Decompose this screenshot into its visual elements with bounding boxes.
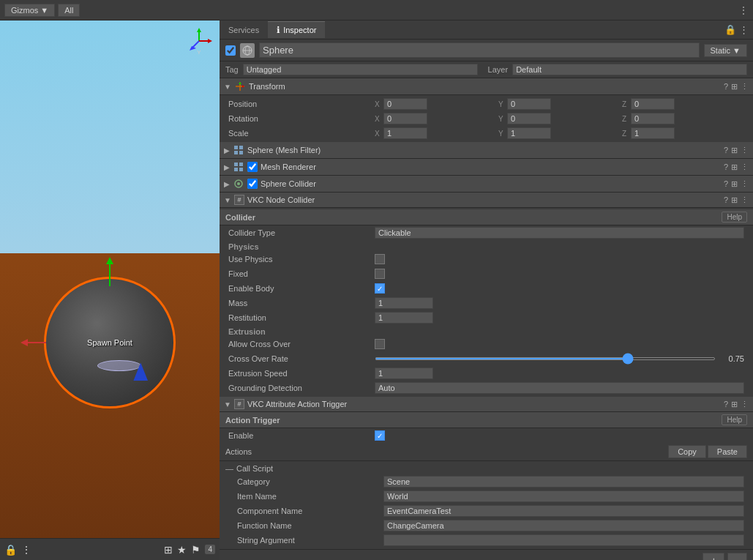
- vkc-node-help-btn[interactable]: ?: [724, 195, 728, 205]
- action-trigger-help-btn[interactable]: Help: [722, 414, 747, 425]
- string-arg-input[interactable]: [383, 534, 744, 546]
- sca-z-input[interactable]: [631, 127, 675, 139]
- layer-select[interactable]: Default: [512, 64, 747, 75]
- remove-button[interactable]: -: [727, 553, 747, 560]
- pos-z-input[interactable]: [631, 98, 675, 110]
- dots-button[interactable]: ⋮: [21, 544, 31, 556]
- transform-settings-btn[interactable]: ⊞: [731, 82, 738, 92]
- vkc-attribute-header[interactable]: ▼ # VKC Attribute Action Trigger ? ⊞ ⋮: [220, 397, 753, 412]
- spawn-disc: [97, 360, 141, 371]
- sphere-collider-settings-btn[interactable]: ⊞: [731, 179, 738, 189]
- mesh-filter-menu-btn[interactable]: ⋮: [741, 146, 749, 155]
- object-header: Static ▼: [220, 40, 753, 61]
- transform-help-btn[interactable]: ?: [724, 82, 728, 92]
- transform-section-header[interactable]: ▼ Transform ? ⊞ ⋮: [220, 78, 753, 95]
- grounding-select[interactable]: Auto: [375, 382, 744, 394]
- vkc-attr-help-btn[interactable]: ?: [724, 400, 728, 409]
- pos-x-label: X: [375, 100, 382, 108]
- rot-x-input[interactable]: [383, 113, 427, 124]
- mesh-renderer-title: Mesh Renderer: [261, 163, 724, 171]
- cross-rate-slider[interactable]: [375, 357, 716, 360]
- static-button[interactable]: Static ▼: [704, 44, 747, 57]
- svg-marker-5: [190, 46, 196, 51]
- lock-tab-button[interactable]: 🔒: [724, 24, 736, 35]
- object-name-input[interactable]: [259, 42, 700, 58]
- call-script-label: Call Script: [236, 464, 273, 473]
- enable-value: ✓: [375, 430, 744, 441]
- tab-bar: Services ℹ Inspector 🔒 ⋮: [220, 20, 753, 40]
- vkc-node-menu-btn[interactable]: ⋮: [741, 195, 749, 205]
- vkc-attribute-title: VKC Attribute Action Trigger: [247, 400, 724, 408]
- vkc-node-settings-btn[interactable]: ⊞: [731, 195, 738, 205]
- toolbar-menu-icon[interactable]: ⋮: [738, 4, 749, 16]
- vkc-node-arrow: ▼: [224, 196, 231, 204]
- mesh-filter-help-btn[interactable]: ?: [724, 146, 728, 155]
- mesh-renderer-help-btn[interactable]: ?: [724, 163, 728, 172]
- tag-select[interactable]: Untagged: [243, 64, 478, 75]
- fixed-checkbox[interactable]: [375, 269, 385, 279]
- collider-type-select[interactable]: Clickable: [375, 227, 744, 239]
- gizmos-button[interactable]: Gizmos ▼: [4, 4, 55, 17]
- pos-y-input[interactable]: [507, 98, 551, 110]
- scene-canvas[interactable]: Y: [0, 20, 220, 538]
- flag-icon[interactable]: ⚑: [191, 544, 201, 556]
- use-physics-checkbox[interactable]: [375, 254, 385, 264]
- lock-button[interactable]: 🔒: [4, 544, 17, 556]
- extrusion-speed-input[interactable]: [375, 367, 433, 379]
- restitution-input[interactable]: [375, 312, 433, 324]
- pos-x-input[interactable]: [383, 98, 427, 110]
- mesh-filter-settings-btn[interactable]: ⊞: [731, 146, 738, 155]
- enable-checkbox[interactable]: ✓: [375, 430, 385, 441]
- enable-label: Enable: [228, 431, 375, 440]
- layers-icon[interactable]: ⊞: [164, 544, 173, 556]
- svg-rect-17: [239, 151, 243, 154]
- copy-button[interactable]: Copy: [668, 445, 706, 458]
- category-select[interactable]: Scene: [383, 476, 744, 488]
- rot-z-input[interactable]: [631, 113, 675, 124]
- mesh-renderer-menu-btn[interactable]: ⋮: [741, 163, 749, 172]
- vkc-attr-menu-btn[interactable]: ⋮: [741, 400, 749, 409]
- object-active-checkbox[interactable]: [225, 45, 236, 56]
- tab-inspector[interactable]: ℹ Inspector: [268, 21, 325, 38]
- sphere-collider-checkbox[interactable]: [247, 179, 258, 189]
- sphere-collider-menu-btn[interactable]: ⋮: [741, 179, 749, 189]
- collider-type-label: Collider Type: [228, 228, 375, 237]
- vkc-node-actions: ? ⊞ ⋮: [724, 195, 749, 205]
- item-name-input[interactable]: [383, 490, 744, 502]
- layers-badge: 4: [205, 545, 215, 554]
- tab-services[interactable]: Services: [220, 23, 268, 37]
- enable-row: Enable ✓: [220, 428, 753, 443]
- star-icon[interactable]: ★: [177, 544, 187, 556]
- mesh-renderer-header[interactable]: ▶ Mesh Renderer ? ⊞ ⋮: [220, 159, 753, 176]
- mesh-renderer-checkbox[interactable]: [247, 162, 258, 172]
- sphere-object[interactable]: Spawn Point: [44, 277, 176, 408]
- scale-row: Scale X Y Z: [220, 126, 753, 141]
- allow-cross-checkbox[interactable]: [375, 339, 385, 349]
- all-button[interactable]: All: [58, 4, 80, 17]
- mesh-renderer-settings-btn[interactable]: ⊞: [731, 163, 738, 172]
- pos-z-label: Z: [622, 100, 629, 108]
- sca-x-input[interactable]: [383, 127, 427, 139]
- call-script-header: — Call Script: [220, 463, 753, 474]
- position-value: X Y Z: [375, 98, 744, 110]
- svg-rect-18: [234, 163, 238, 166]
- function-name-value: [383, 520, 744, 531]
- sca-y-input[interactable]: [507, 127, 551, 139]
- add-button[interactable]: +: [703, 553, 724, 560]
- tab-menu-button[interactable]: ⋮: [739, 24, 749, 35]
- function-name-input[interactable]: [383, 520, 744, 531]
- category-dropdown-wrap: Scene: [383, 476, 744, 488]
- enable-body-checkbox[interactable]: ✓: [375, 283, 385, 294]
- rot-y-input[interactable]: [507, 113, 551, 124]
- mesh-filter-header[interactable]: ▶ Sphere (Mesh Filter) ? ⊞ ⋮: [220, 142, 753, 159]
- transform-menu-btn[interactable]: ⋮: [741, 82, 749, 92]
- vkc-node-header[interactable]: ▼ # VKC Node Collider ? ⊞ ⋮: [220, 193, 753, 208]
- component-name-input[interactable]: [383, 505, 744, 517]
- collider-help-button[interactable]: Help: [722, 212, 747, 223]
- vkc-attr-settings-btn[interactable]: ⊞: [731, 400, 738, 409]
- paste-button[interactable]: Paste: [708, 445, 747, 458]
- sphere-collider-help-btn[interactable]: ?: [724, 179, 728, 189]
- grounding-row: Grounding Detection Auto: [220, 381, 753, 395]
- mass-input[interactable]: [375, 297, 433, 309]
- sphere-collider-header[interactable]: ▶ Sphere Collider ? ⊞ ⋮: [220, 176, 753, 193]
